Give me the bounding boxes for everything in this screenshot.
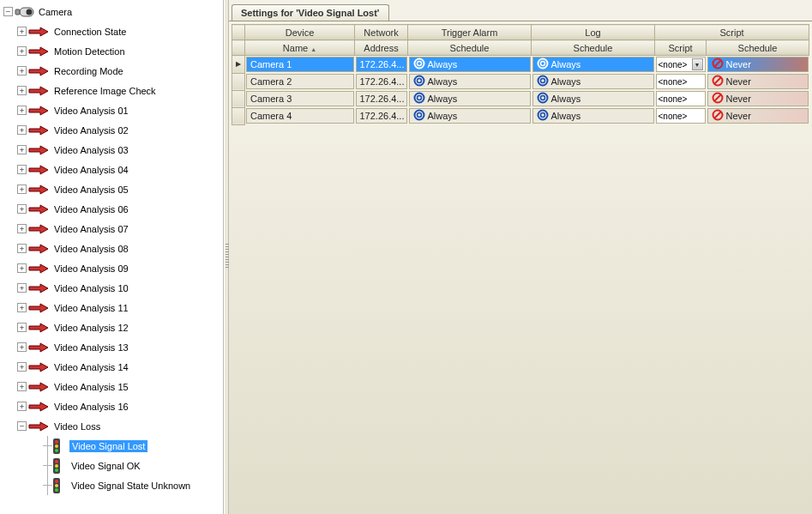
settings-grid[interactable]: Device Network Trigger Alarm Log Script … xyxy=(232,24,809,125)
expand-icon[interactable]: + xyxy=(17,66,27,76)
collapse-icon[interactable]: − xyxy=(17,421,27,431)
expand-icon[interactable]: + xyxy=(17,402,27,411)
tree-item[interactable]: +Video Analysis 06 xyxy=(0,199,223,219)
cell-name[interactable]: Camera 1 xyxy=(246,57,354,72)
cell-address[interactable]: 172.26.4... xyxy=(356,108,407,124)
tree-leaf[interactable]: Video Signal State Unknown xyxy=(0,475,223,495)
col-group-trigger[interactable]: Trigger Alarm xyxy=(408,25,532,40)
expand-icon[interactable]: + xyxy=(17,244,27,253)
cell-script[interactable]: <none> xyxy=(656,91,706,106)
cell-trigger-schedule[interactable]: Always xyxy=(409,74,531,89)
tree-item[interactable]: +Video Analysis 13 xyxy=(0,337,223,357)
expand-icon[interactable]: + xyxy=(17,145,27,154)
tree-item[interactable]: +Video Analysis 02 xyxy=(0,120,223,140)
always-icon xyxy=(537,75,549,88)
tab-settings[interactable]: Settings for 'Video Signal Lost' xyxy=(232,4,389,21)
col-trigger-schedule[interactable]: Schedule xyxy=(408,40,532,56)
cell-trigger-schedule[interactable]: Always xyxy=(409,57,531,72)
collapse-icon[interactable]: − xyxy=(3,7,13,16)
expand-icon[interactable]: + xyxy=(17,106,27,115)
cell-log-schedule[interactable]: Always xyxy=(532,91,654,106)
cell-name[interactable]: Camera 4 xyxy=(246,108,354,124)
cell-address[interactable]: 172.26.4... xyxy=(356,57,407,72)
tree-item-label: Video Analysis 07 xyxy=(52,223,130,235)
col-group-script[interactable]: Script xyxy=(655,25,809,40)
svg-point-10 xyxy=(55,469,58,472)
col-group-device[interactable]: Device xyxy=(245,25,355,40)
tree-item[interactable]: +Video Analysis 09 xyxy=(0,258,223,278)
cell-name[interactable]: Camera 2 xyxy=(246,74,354,89)
expand-icon[interactable]: + xyxy=(17,184,27,194)
row-header[interactable] xyxy=(232,107,245,124)
col-address[interactable]: Address xyxy=(355,40,408,56)
tree-item[interactable]: +Video Analysis 10 xyxy=(0,278,223,298)
table-row[interactable]: Camera 2172.26.4...AlwaysAlways<none>Nev… xyxy=(232,73,809,90)
cell-script[interactable]: <none> xyxy=(656,74,706,89)
table-row[interactable]: Camera 3172.26.4...AlwaysAlways<none>Nev… xyxy=(232,90,809,107)
tree-leaf[interactable]: Video Signal Lost xyxy=(0,436,223,456)
expand-icon[interactable]: + xyxy=(17,382,27,391)
always-icon xyxy=(537,109,549,123)
cell-script[interactable]: <none> xyxy=(656,108,706,124)
tree-item[interactable]: +Video Analysis 07 xyxy=(0,219,223,239)
tree-item[interactable]: +Video Analysis 08 xyxy=(0,239,223,258)
dropdown-icon[interactable]: ▼ xyxy=(692,58,703,70)
tree-item[interactable]: +Video Analysis 16 xyxy=(0,396,223,416)
row-header[interactable] xyxy=(232,73,245,90)
table-row[interactable]: Camera 1172.26.4...AlwaysAlways<none>▼Ne… xyxy=(232,56,809,74)
cell-trigger-schedule[interactable]: Always xyxy=(409,108,531,124)
expand-icon[interactable]: + xyxy=(17,283,27,293)
tree-item-video-loss[interactable]: − Video Loss xyxy=(0,416,223,436)
never-icon xyxy=(712,92,724,106)
cell-name[interactable]: Camera 3 xyxy=(246,91,354,106)
cell-trigger-schedule[interactable]: Always xyxy=(409,91,531,106)
tree-item[interactable]: +Motion Detection xyxy=(0,41,223,61)
tree-item[interactable]: +Connection State xyxy=(0,21,223,41)
expand-icon[interactable]: + xyxy=(17,125,27,135)
cell-address[interactable]: 172.26.4... xyxy=(356,74,407,89)
col-script-schedule[interactable]: Schedule xyxy=(707,40,809,56)
cell-script-schedule[interactable]: Never xyxy=(707,74,809,89)
cell-address[interactable]: 172.26.4... xyxy=(356,91,407,106)
expand-icon[interactable]: + xyxy=(17,342,27,352)
tree-leaf[interactable]: Video Signal OK xyxy=(0,456,223,475)
expand-icon[interactable]: + xyxy=(17,362,27,372)
cell-script-schedule[interactable]: Never xyxy=(707,91,809,106)
col-log-schedule[interactable]: Schedule xyxy=(532,40,655,56)
cell-log-schedule[interactable]: Always xyxy=(532,74,654,89)
expand-icon[interactable]: + xyxy=(17,204,27,214)
col-name[interactable]: Name▲ xyxy=(245,40,355,56)
col-group-network[interactable]: Network xyxy=(355,25,408,40)
tree-item[interactable]: +Video Analysis 03 xyxy=(0,140,223,160)
tree-item[interactable]: +Recording Mode xyxy=(0,61,223,81)
expand-icon[interactable]: + xyxy=(17,263,27,273)
tree-item[interactable]: +Video Analysis 15 xyxy=(0,377,223,396)
cell-script-schedule[interactable]: Never xyxy=(707,108,809,124)
tree-item[interactable]: +Video Analysis 04 xyxy=(0,160,223,179)
tree-root-camera[interactable]: − Camera xyxy=(0,2,223,21)
tree-item-label: Video Analysis 12 xyxy=(52,322,130,334)
cell-log-schedule[interactable]: Always xyxy=(532,57,654,72)
expand-icon[interactable]: + xyxy=(17,165,27,174)
tree-item[interactable]: +Reference Image Check xyxy=(0,81,223,100)
expand-icon[interactable]: + xyxy=(17,86,27,95)
tree-item[interactable]: +Video Analysis 05 xyxy=(0,179,223,199)
expand-icon[interactable]: + xyxy=(17,224,27,233)
always-icon xyxy=(413,92,425,106)
cell-script-schedule[interactable]: Never xyxy=(707,57,809,72)
tree-item[interactable]: +Video Analysis 11 xyxy=(0,298,223,317)
cell-script[interactable]: <none>▼ xyxy=(656,57,706,72)
col-script[interactable]: Script xyxy=(655,40,707,56)
cell-log-schedule[interactable]: Always xyxy=(532,108,654,124)
expand-icon[interactable]: + xyxy=(17,323,27,332)
tree-item[interactable]: +Video Analysis 01 xyxy=(0,100,223,120)
expand-icon[interactable]: + xyxy=(17,303,27,312)
tree-item[interactable]: +Video Analysis 12 xyxy=(0,317,223,337)
tree-item[interactable]: +Video Analysis 14 xyxy=(0,357,223,377)
expand-icon[interactable]: + xyxy=(17,46,27,56)
row-header[interactable] xyxy=(232,56,245,74)
col-group-log[interactable]: Log xyxy=(532,25,655,40)
row-header[interactable] xyxy=(232,90,245,107)
table-row[interactable]: Camera 4172.26.4...AlwaysAlways<none>Nev… xyxy=(232,107,809,124)
expand-icon[interactable]: + xyxy=(17,27,27,36)
